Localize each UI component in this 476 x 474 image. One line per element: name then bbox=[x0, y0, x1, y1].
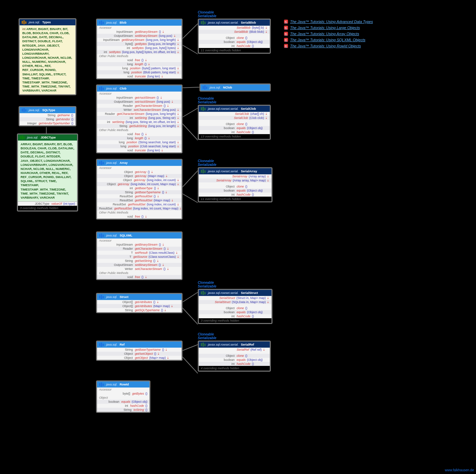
member-row: StringgetBaseTypeName()⇣ bbox=[97, 190, 182, 194]
stereotype: CloneableSerializable bbox=[198, 281, 216, 288]
class-header: java.sql.JDBCType bbox=[18, 134, 77, 141]
svg-rect-39 bbox=[99, 343, 100, 346]
member-row: intsetString(long pos, String str, int o… bbox=[97, 120, 182, 124]
member-params: () bbox=[161, 191, 164, 194]
member-row: byte[]getBytes() bbox=[97, 392, 149, 396]
class-icon bbox=[201, 343, 206, 347]
package: java.sql. bbox=[106, 234, 117, 237]
return-type: ResultSet bbox=[99, 207, 114, 210]
member-name: getSource bbox=[133, 255, 147, 258]
tutorial-link[interactable]: ⊂The Java™ Tutorials: Using SQLXML Objec… bbox=[284, 38, 373, 42]
package: javax.sql.rowset.serial. bbox=[208, 107, 239, 110]
class-icon bbox=[99, 343, 104, 347]
connector-line bbox=[181, 193, 198, 203]
member-params: () bbox=[140, 275, 144, 279]
return-type bbox=[201, 26, 237, 29]
svg-rect-3 bbox=[22, 109, 23, 112]
return-type: int bbox=[201, 130, 237, 134]
member-name: getSQLTypeName bbox=[135, 308, 160, 312]
member-row: Objectclone() bbox=[199, 184, 271, 189]
svg-rect-37 bbox=[203, 291, 204, 295]
member-params: (long pos, int length) bbox=[147, 42, 176, 46]
svg-rect-12 bbox=[201, 21, 202, 24]
tutorial-link[interactable]: ⊂The Java™ Tutorials: Using RowId Object… bbox=[284, 44, 373, 48]
return-type: Object[] bbox=[99, 304, 135, 308]
member-name: getResultSet bbox=[114, 207, 132, 210]
member-row: OutputStreamsetAsciiStream(long pos)⇣ bbox=[97, 100, 182, 104]
member-params: () bbox=[153, 352, 156, 355]
tutorial-link[interactable]: ⊂The Java™ Tutorials: Using Advanced Dat… bbox=[284, 20, 373, 24]
member-params: () bbox=[158, 243, 161, 246]
class-name: SerialClob bbox=[241, 107, 256, 110]
return-type: Object bbox=[99, 182, 118, 186]
member-params: () bbox=[244, 185, 247, 188]
return-type: long bbox=[99, 63, 135, 66]
section-title: Object bbox=[97, 396, 149, 400]
member-name: position bbox=[131, 71, 142, 74]
member-row: SerialClob(Clob clob)⇣ bbox=[199, 116, 270, 120]
hidden-methods: 3 overriding methods hidden bbox=[18, 206, 77, 210]
class-icon bbox=[201, 21, 206, 25]
svg-rect-19 bbox=[204, 85, 205, 90]
member-name: setBinaryStream bbox=[135, 34, 158, 38]
member-row: SerialArray(Array array, Map> map)⇣ bbox=[199, 178, 271, 182]
member-row: booleanequals(Object obj) bbox=[199, 126, 270, 130]
member-name: hashCode bbox=[237, 362, 251, 366]
member-params: (Array array, Map> map) bbox=[231, 179, 266, 182]
return-type: Object bbox=[201, 354, 237, 357]
member-params: () bbox=[152, 259, 156, 263]
class-name: RowId bbox=[120, 383, 129, 386]
class-name: JDBCType bbox=[41, 136, 56, 139]
return-type: Object bbox=[201, 306, 237, 310]
member-name: getResultSet bbox=[135, 199, 152, 202]
member-name: getVendor bbox=[56, 118, 70, 121]
return-type: boolean bbox=[201, 126, 237, 130]
return-type bbox=[201, 296, 219, 300]
member-row: voidtruncate(long len)⇣ bbox=[97, 74, 182, 78]
class-box-serialclob: javax.sql.rowset.serial.SerialClobSerial… bbox=[198, 105, 271, 140]
member-name: equals bbox=[237, 358, 246, 361]
member-name: SerialStruct bbox=[219, 296, 235, 300]
svg-rect-11 bbox=[103, 22, 104, 24]
svg-rect-13 bbox=[203, 21, 204, 25]
class-name: NClob bbox=[223, 86, 232, 89]
member-params: (long pos) bbox=[158, 34, 172, 38]
class-icon bbox=[99, 382, 104, 386]
member-name: getBytes bbox=[132, 392, 144, 395]
member-row: OutputStreamsetBinaryStream(long pos)⇣ bbox=[97, 34, 182, 38]
tutorial-link[interactable]: ⊂The Java™ Tutorials: Using Array Object… bbox=[284, 32, 373, 36]
member-params: (long pos, String str, int offset, int l… bbox=[124, 120, 176, 124]
member-params: () bbox=[244, 354, 247, 357]
tutorial-link[interactable]: ⊂The Java™ Tutorials: Using Large Object… bbox=[284, 26, 373, 30]
class-name: Blob bbox=[120, 21, 126, 24]
member-params: (Map> map) bbox=[152, 199, 170, 202]
member-row: SerialClob(char[] ch)⇣ bbox=[199, 112, 270, 116]
return-type: Object bbox=[99, 174, 135, 178]
svg-rect-1 bbox=[23, 20, 24, 24]
oracle-icon: ⊂ bbox=[284, 20, 288, 24]
class-name: SerialRef bbox=[241, 343, 254, 346]
class-name: Types bbox=[42, 21, 51, 24]
svg-rect-22 bbox=[203, 107, 204, 111]
member-row: intsetBytes(long pos, byte[] bytes, int … bbox=[97, 50, 182, 54]
member-params: () bbox=[158, 30, 161, 33]
member-row: longposition(String searchstr, long star… bbox=[97, 140, 182, 144]
member-name: getObject bbox=[135, 356, 148, 359]
package: java.sql. bbox=[210, 86, 221, 89]
class-header: java.sql.SQLType bbox=[20, 107, 75, 113]
member-name: getSubString bbox=[129, 124, 147, 128]
stereotype: CloneableSerializable bbox=[198, 97, 216, 104]
member-row: ResultSetgetResultSet(long index, int co… bbox=[97, 202, 182, 206]
class-name: SQLType bbox=[42, 108, 55, 112]
package: javax.sql.rowset.serial. bbox=[208, 291, 239, 295]
member-name: getBinaryStream bbox=[122, 38, 144, 42]
member-name: clone bbox=[237, 306, 244, 310]
class-icon bbox=[22, 108, 27, 112]
member-name: equals bbox=[237, 40, 246, 44]
member-name: get/setObject bbox=[135, 352, 153, 355]
member-row: inthashCode() bbox=[199, 130, 270, 134]
member-name: equals bbox=[237, 310, 246, 314]
section-title: Accessor bbox=[97, 26, 182, 30]
hidden-methods: 4 overriding methods hidden bbox=[199, 366, 270, 371]
member-name: setCharacterStream bbox=[134, 108, 161, 111]
